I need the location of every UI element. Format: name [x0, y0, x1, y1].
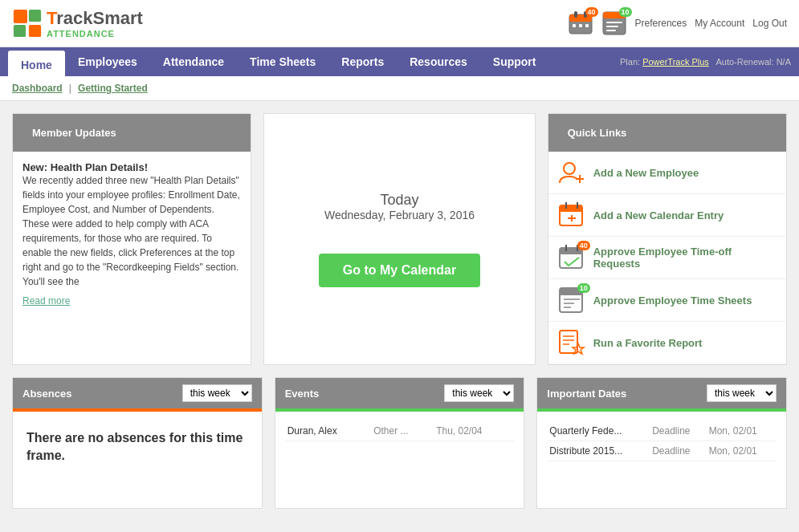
svg-rect-6 — [574, 11, 577, 18]
add-employee-icon-wrapper — [558, 159, 585, 186]
dates-row: Quarterly Fede... Deadline Mon, 02/01 — [547, 421, 777, 441]
main: Member Updates New: Health Plan Details!… — [0, 101, 799, 521]
logo-icon — [12, 8, 43, 39]
add-employee-label: Add a New Employee — [593, 167, 699, 179]
events-header: Events this week next week last week — [275, 378, 524, 408]
important-dates-panel: Important Dates this week next week last… — [536, 377, 787, 509]
absences-filter[interactable]: this week next week last week — [182, 384, 252, 402]
person-add-icon — [558, 159, 585, 186]
events-row: Duran, Alex Other ... Thu, 02/04 — [285, 421, 515, 441]
quick-link-approve-timesheets[interactable]: 10 Approve Employee Time Sheets — [548, 279, 786, 322]
nav-links: Home Employees Attendance Time Sheets Re… — [8, 47, 548, 76]
events-filter[interactable]: this week next week last week — [444, 384, 514, 402]
logo: TrackSmart ATTENDANCE — [12, 8, 143, 39]
quick-link-approve-timeoff[interactable]: 40 Approve Employee Time-off Requests — [548, 237, 786, 279]
log-out-link[interactable]: Log Out — [752, 18, 787, 29]
nav-attendance[interactable]: Attendance — [150, 47, 237, 76]
my-account-link[interactable]: My Account — [695, 18, 744, 29]
events-title: Events — [285, 388, 320, 400]
svg-rect-3 — [29, 25, 41, 37]
dates-table: Quarterly Fede... Deadline Mon, 02/01 Di… — [547, 421, 777, 461]
nav-employees[interactable]: Employees — [65, 47, 150, 76]
svg-rect-13 — [606, 22, 622, 23]
calendar-badge: 40 — [585, 7, 598, 17]
report-star-icon — [558, 329, 585, 356]
timeoff-badge: 40 — [577, 241, 590, 250]
dates-title: Important Dates — [547, 388, 626, 400]
absences-body: There are no absences for this time fram… — [13, 412, 262, 508]
logo-brand: TrackSmart — [47, 8, 143, 29]
timesheet-badge-icon[interactable]: 10 — [601, 10, 627, 36]
quick-link-report[interactable]: Run a Favorite Report — [548, 322, 786, 364]
calendar-badge-icon[interactable]: 40 — [568, 10, 593, 36]
calendar-panel: Today Wednesday, February 3, 2016 Go to … — [263, 113, 535, 365]
svg-rect-10 — [585, 24, 589, 27]
header-right: 40 10 Preferences My Account Log Out — [568, 10, 787, 36]
today-label: Today — [324, 192, 475, 209]
quick-links-title: Quick Links — [558, 120, 637, 145]
run-report-label: Run a Favorite Report — [593, 337, 703, 349]
preferences-link[interactable]: Preferences — [635, 18, 687, 29]
absences-panel: Absences this week next week last week T… — [12, 377, 263, 509]
date-date: Mon, 02/01 — [707, 421, 777, 441]
add-calendar-icon-wrapper — [558, 201, 585, 229]
no-absences-message: There are no absences for this time fram… — [22, 421, 252, 473]
bottom-row: Absences this week next week last week T… — [12, 377, 787, 509]
svg-rect-15 — [606, 30, 616, 31]
absences-title: Absences — [22, 388, 71, 400]
nav-reports[interactable]: Reports — [328, 47, 397, 76]
header-links: Preferences My Account Log Out — [635, 18, 787, 29]
plan-name-link[interactable]: PowerTrack Plus — [642, 57, 709, 67]
member-updates-panel: Member Updates New: Health Plan Details!… — [12, 113, 251, 365]
timesheets-badge: 10 — [577, 283, 590, 293]
svg-rect-14 — [606, 26, 618, 27]
svg-rect-20 — [560, 205, 582, 212]
calendar-today: Today Wednesday, February 3, 2016 — [324, 192, 475, 221]
approve-timeoff-label: Approve Employee Time-off Requests — [593, 246, 777, 270]
svg-rect-8 — [573, 24, 576, 27]
events-panel: Events this week next week last week Dur… — [275, 377, 525, 509]
approve-timeoff-icon-wrapper: 40 — [558, 244, 585, 271]
nav-timesheets[interactable]: Time Sheets — [237, 47, 328, 76]
absences-header: Absences this week next week last week — [13, 378, 262, 408]
top-row: Member Updates New: Health Plan Details!… — [12, 113, 787, 365]
event-name: Duran, Alex — [285, 421, 372, 441]
quick-link-add-calendar[interactable]: Add a New Calendar Entry — [548, 194, 786, 237]
member-updates-text: We recently added three new "Health Plan… — [22, 173, 241, 289]
date-type: Deadline — [650, 421, 707, 441]
add-calendar-label: Add a New Calendar Entry — [593, 209, 724, 221]
nav-support[interactable]: Support — [480, 47, 549, 76]
quick-links-header: Quick Links — [548, 114, 786, 152]
svg-point-16 — [564, 163, 575, 174]
events-body: Duran, Alex Other ... Thu, 02/04 — [275, 412, 524, 508]
logo-text: TrackSmart ATTENDANCE — [47, 8, 143, 39]
event-date: Thu, 02/04 — [434, 421, 514, 441]
header: TrackSmart ATTENDANCE 40 — [0, 0, 799, 47]
member-updates-title: Member Updates — [22, 120, 126, 145]
plan-info: Plan: PowerTrack Plus Auto-Renewal: N/A — [620, 57, 791, 67]
date-date: Mon, 02/01 — [707, 441, 777, 461]
date-event: Quarterly Fede... — [547, 421, 650, 441]
svg-rect-0 — [14, 10, 27, 23]
dates-filter[interactable]: this week next week last week — [707, 384, 777, 402]
logo-product: ATTENDANCE — [47, 29, 143, 39]
go-to-calendar-button[interactable]: Go to My Calendar — [319, 254, 480, 287]
breadcrumb-dashboard[interactable]: Dashboard — [12, 83, 63, 94]
approve-timesheets-icon-wrapper: 10 — [558, 286, 585, 314]
dates-header: Important Dates this week next week last… — [537, 378, 786, 408]
nav: Home Employees Attendance Time Sheets Re… — [0, 47, 799, 76]
svg-rect-1 — [29, 10, 41, 22]
read-more-link[interactable]: Read more — [22, 295, 241, 307]
breadcrumb: Dashboard | Getting Started — [0, 76, 799, 101]
timesheet-badge: 10 — [619, 7, 632, 17]
date-event: Distribute 2015... — [547, 441, 650, 461]
svg-rect-9 — [579, 24, 582, 27]
date-label: Wednesday, February 3, 2016 — [324, 209, 475, 221]
nav-resources[interactable]: Resources — [397, 47, 480, 76]
quick-link-add-employee[interactable]: Add a New Employee — [548, 152, 786, 194]
quick-links-panel: Quick Links Add a New Employee — [548, 113, 787, 365]
nav-home[interactable]: Home — [8, 51, 65, 76]
date-type: Deadline — [650, 441, 707, 461]
breadcrumb-getting-started[interactable]: Getting Started — [78, 83, 148, 94]
event-type: Other ... — [371, 421, 434, 441]
